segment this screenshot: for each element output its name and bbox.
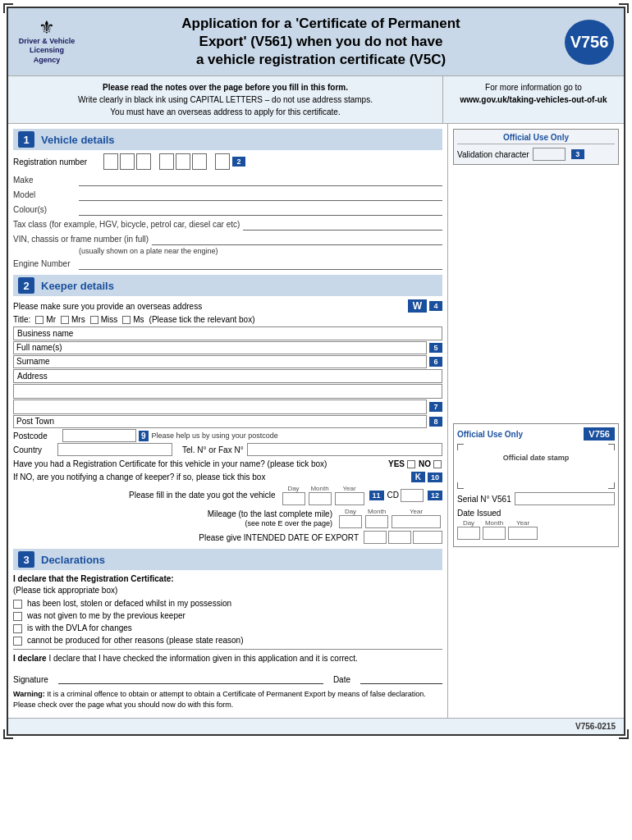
section3-number: 3 [18, 551, 34, 568]
posttown-label: Post Town [16, 417, 54, 426]
date-issued-year-label: Year [516, 519, 529, 527]
export-day-input[interactable] [364, 531, 387, 544]
tel-label: Tel. N° or Fax N° [182, 445, 244, 454]
logo: ⚜ Driver & Vehicle Licensing Agency [18, 19, 76, 66]
info-bar: Please read the notes over the page befo… [8, 76, 624, 124]
reg-box-7[interactable] [215, 153, 230, 170]
reg-box-2[interactable] [120, 153, 135, 170]
yes-label: YES [388, 459, 405, 468]
business-name-field[interactable]: Business name [13, 326, 442, 340]
cd-input[interactable] [401, 489, 424, 502]
vin-input[interactable] [152, 232, 442, 245]
surname-row: Surname 6 [13, 355, 442, 368]
day-label-1: Day [287, 485, 299, 492]
make-label: Make [13, 176, 79, 185]
title-row: Title: Mr Mrs Miss Ms (Please tick t [13, 315, 442, 324]
mrs-checkbox[interactable] [61, 316, 69, 324]
option4-checkbox[interactable] [13, 637, 22, 646]
surname-field[interactable]: Surname [13, 355, 427, 368]
yes-checkbox[interactable] [407, 460, 415, 468]
export-year-input[interactable] [413, 531, 442, 544]
tax-input[interactable] [243, 217, 442, 231]
option1-label: has been lost, stolen or defaced whilst … [27, 599, 231, 608]
reg-number-label: Registration number [13, 158, 103, 167]
declare-text2: I declare I declare that I have checked … [13, 653, 442, 664]
engine-input[interactable] [79, 257, 442, 270]
date-issued-day-label: Day [463, 519, 474, 527]
tax-row: Tax class (for example, HGV, bicycle, pe… [13, 217, 442, 231]
section2-header: 2 Keeper details [13, 275, 442, 296]
info-bar-right: For more information go to www.gov.uk/ta… [443, 76, 624, 123]
change-keeper-question: If NO, are you notifying a change of kee… [13, 472, 408, 482]
engine-row: Engine Number [13, 257, 442, 270]
miss-checkbox[interactable] [90, 316, 98, 324]
option3-checkbox[interactable] [13, 624, 22, 633]
form-title: Application for a 'Certificate of Perman… [85, 15, 556, 69]
signature-input[interactable] [58, 669, 323, 684]
date-issued-month[interactable] [483, 527, 506, 540]
tick-note: (Please tick the relevant box) [149, 315, 255, 324]
tel-input[interactable] [247, 443, 442, 456]
model-input[interactable] [79, 188, 442, 201]
date-input[interactable] [360, 669, 442, 684]
address-line2-row: 7 [13, 399, 442, 414]
section3-title: Declarations [41, 554, 105, 566]
reg-box-3[interactable] [136, 153, 151, 170]
reg-cert-question: Have you had a Registration Certificate … [13, 459, 386, 468]
address-label-row: Address [13, 369, 442, 383]
year-input-1[interactable] [335, 492, 364, 505]
no-checkbox[interactable] [433, 460, 442, 468]
main-left: 1 Vehicle details Registration number [8, 124, 447, 718]
colour-input[interactable] [79, 203, 442, 216]
change-keeper-row: If NO, are you notifying a change of kee… [13, 472, 442, 482]
section3-form-code: V756 [584, 427, 615, 441]
section3-official-title: Official Use Only [457, 430, 523, 439]
reg-box-4[interactable] [159, 153, 174, 170]
month-input-1[interactable] [309, 492, 332, 505]
validation-input[interactable] [533, 148, 566, 161]
option1-checkbox[interactable] [13, 600, 22, 609]
make-input[interactable] [79, 173, 442, 186]
mr-option: Mr [35, 315, 56, 324]
date-vehicle-label: Please fill in the date you got the vehi… [13, 491, 281, 500]
ms-checkbox[interactable] [122, 316, 131, 324]
reg-box-1[interactable] [103, 153, 118, 170]
address-line1[interactable] [13, 384, 442, 399]
k-number: 10 [428, 472, 442, 482]
mr-label: Mr [46, 315, 56, 324]
reg-box-6[interactable] [192, 153, 207, 170]
date-issued-day[interactable] [457, 527, 480, 540]
serial-input[interactable] [515, 492, 615, 505]
export-month-input[interactable] [388, 531, 411, 544]
posttown-number: 8 [429, 417, 442, 427]
corner-br [619, 729, 629, 739]
day-input-1[interactable] [282, 492, 305, 505]
country-label: Country [13, 445, 54, 454]
cd-number: 12 [428, 491, 442, 500]
miss-option: Miss [90, 315, 118, 324]
option2-checkbox[interactable] [13, 612, 22, 621]
official-use-box: Official Use Only Validation character 3 [453, 129, 619, 165]
form-container: ⚜ Driver & Vehicle Licensing Agency Appl… [7, 7, 625, 736]
address-line2[interactable] [13, 399, 427, 414]
mileage-value-input[interactable] [392, 515, 441, 528]
postcode-input[interactable] [62, 429, 136, 442]
mileage-day-input[interactable] [339, 515, 362, 528]
mileage-label: Mileage (to the last complete mile) (see… [13, 509, 337, 527]
mileage-month-input[interactable] [365, 515, 388, 528]
make-row: Make [13, 173, 442, 186]
country-input[interactable] [57, 443, 172, 456]
date-issued-year[interactable] [508, 527, 538, 540]
reg-box-5[interactable] [176, 153, 190, 170]
mr-checkbox[interactable] [35, 316, 44, 324]
miss-label: Miss [101, 315, 118, 324]
section3-right-header: Official Use Only V756 [457, 427, 615, 441]
date-issued-label: Date Issued [457, 509, 501, 518]
section2-title: Keeper details [41, 280, 114, 292]
cd-label: CD [387, 491, 399, 500]
posttown-row: Post Town 8 [13, 415, 442, 428]
fullname-field[interactable]: Full name(s) [13, 341, 427, 354]
month-label-1: Month [310, 485, 328, 492]
posttown-field[interactable]: Post Town [13, 415, 427, 428]
option4-row: cannot be produced for other reasons (pl… [13, 636, 442, 646]
